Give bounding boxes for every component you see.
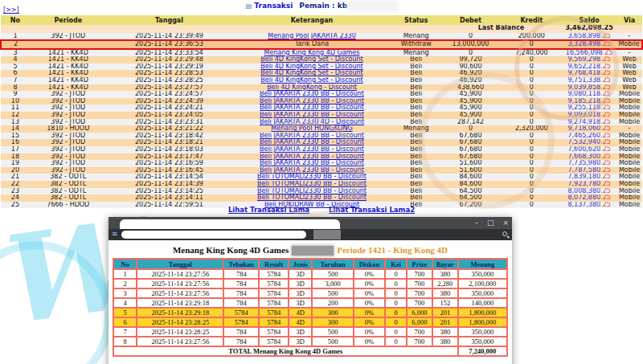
row-status: Beli xyxy=(392,194,440,202)
row-debet: 90,600 xyxy=(440,63,502,71)
watermark xyxy=(0,241,113,364)
search-icon[interactable] xyxy=(502,231,507,236)
keterangan-link[interactable]: Beli JAKARTA 2330 BB - Discount xyxy=(260,153,364,160)
keterangan-link[interactable]: Menang Pool JAKARTA 2330 xyxy=(268,33,355,39)
keterangan-link[interactable]: Beli JAKARTA 2330 BB - Discount xyxy=(260,146,364,153)
column-header: Keterangan xyxy=(231,15,392,25)
popup-cell: 5 xyxy=(113,308,137,317)
keterangan-link[interactable]: Menang Pool HONGKONG xyxy=(271,125,352,132)
popup-cell: 152 xyxy=(432,298,458,308)
lihat-transaksi-lama-link[interactable]: Lihat Transaksi Lama xyxy=(228,206,309,214)
row-status: Beli xyxy=(392,133,440,140)
minimize-button[interactable]: – xyxy=(474,217,478,229)
popup-table-row: 72025-11-14 23:28:2578457843D5000%070038… xyxy=(113,327,507,337)
keterangan-link[interactable]: Beli JAKARTA 2330 BB - Discount xyxy=(260,133,364,139)
keterangan-link[interactable]: Beli 4D KingKong - Discount xyxy=(267,84,357,91)
lihat-transaksi-lama2-link[interactable]: Lihat Transaksi Lama2 xyxy=(329,206,415,214)
row-debet: 287,142 xyxy=(440,119,502,126)
popup-cell: 0% xyxy=(354,308,385,317)
keterangan-link[interactable]: Beli TOTOMALI2330 BB - Discount xyxy=(257,194,367,201)
row-periode: 1421 - KK4D xyxy=(30,77,107,84)
keterangan-link[interactable]: Beli JAKARTA 2330 BB - Discount xyxy=(260,104,364,111)
keterangan-link[interactable]: Beli JAKARTA 2330 BB - Discount xyxy=(260,167,364,174)
popup-cell: 2025-11-14 23:27:56 xyxy=(137,337,223,346)
popup-cell: 2,100,000 xyxy=(458,279,507,288)
row-debet: 51,600 xyxy=(440,167,502,174)
popup-cell: 700 xyxy=(407,269,432,279)
row-status: Beli xyxy=(392,139,440,146)
row-status: Beli xyxy=(392,104,440,112)
keterangan-link[interactable]: Beli TOTOMALI2330 BB - Discount xyxy=(257,181,367,187)
row-via: Mobile xyxy=(616,40,642,49)
keterangan-link[interactable]: Menang King Kong 4D Games xyxy=(264,49,360,56)
row-debet: 45,900 xyxy=(440,98,502,105)
popup-cell: 3D xyxy=(289,298,312,308)
keterangan-link[interactable]: Beli JAKARTA 2330 BB - Discount xyxy=(260,98,364,104)
row-periode: 392 - JTOD xyxy=(30,33,107,41)
browser-tab[interactable] xyxy=(120,219,340,229)
keterangan-link[interactable]: Beli 4D KingKong Set - Discount xyxy=(260,77,362,84)
popup-cell: 3D xyxy=(289,337,312,346)
keterangan-link[interactable]: Beli 4D KingKong Set - Discount xyxy=(260,70,362,76)
transaksi-link[interactable]: Transaksi xyxy=(254,2,293,10)
keterangan-link[interactable]: Beli JAKARTA 2330 BB - Discount xyxy=(260,91,364,97)
row-saldo: 16,566,098.25 xyxy=(562,49,616,57)
popup-cell: 5784 xyxy=(259,298,289,308)
popup-cell: 380 xyxy=(432,327,458,337)
row-periode: 382 - ODTL xyxy=(30,174,107,181)
keterangan-link[interactable]: Beli JAKARTA 2330 BB - Discount xyxy=(260,160,364,166)
close-button[interactable]: × xyxy=(502,217,509,229)
row-kredit: 0 xyxy=(501,133,562,140)
row-saldo: 7,787,580.25 xyxy=(562,167,616,174)
row-status: Beli xyxy=(392,146,440,153)
row-tanggal: 2025-11-14 23:28:25 xyxy=(107,77,232,84)
row-saldo: 9,751,338.25 xyxy=(562,77,616,84)
row-kredit: 0 xyxy=(501,91,562,98)
row-saldo: 3,328,498.25 xyxy=(562,40,616,49)
column-header: Status xyxy=(392,15,440,25)
row-via: Mobile xyxy=(616,174,642,181)
popup-cell: 5784 xyxy=(259,288,289,298)
table-row: 9392 - JTOD2025-11-14 23:24:57Beli JAKAR… xyxy=(1,91,642,98)
table-row: 12392 - JTOD2025-11-14 23:24:05Beli JAKA… xyxy=(1,112,642,119)
popup-titlebar[interactable]: – □ × xyxy=(109,217,512,229)
popup-table-row: 42025-11-14 23:29:1878457843D2000%070015… xyxy=(113,298,507,308)
row-debet: 84,600 xyxy=(440,174,502,181)
table-row: 22382 - ODTL2025-11-14 23:14:39Beli TOTO… xyxy=(1,181,642,188)
keterangan-link[interactable]: Beli TOTOMALI2330 BB - Discount xyxy=(257,174,367,180)
popup-cell: 2025-11-14 23:27:56 xyxy=(137,269,223,279)
keterangan-link[interactable]: Beli 4D KingKong Set - Discount xyxy=(260,63,362,70)
row-kredit: 0 xyxy=(501,56,562,63)
row-status: Beli xyxy=(392,112,440,119)
popup-cell: 0 xyxy=(385,288,407,298)
row-periode: 392 - JTOD xyxy=(30,98,107,105)
column-header: Debet xyxy=(440,15,502,25)
keterangan-link[interactable]: Beli 4D KingKong Set - Discount xyxy=(260,56,362,63)
row-kredit: 0 xyxy=(501,139,562,146)
row-periode: 392 - JTOD xyxy=(30,167,107,174)
keterangan-link[interactable]: Beli TOTOMALI2330 BB - Discount xyxy=(257,188,367,194)
maximize-button[interactable]: □ xyxy=(487,217,494,229)
row-tanggal: 2025-11-14 23:14:39 xyxy=(107,181,232,188)
popup-table-row: 22025-11-14 23:27:5678457843D3,0000%0700… xyxy=(113,279,507,288)
row-kredit: 0 xyxy=(501,77,562,84)
row-status: Beli xyxy=(392,167,440,174)
row-debet: 51,600 xyxy=(440,160,502,167)
table-row: 19392 - JTOD2025-11-14 23:16:59Beli JAKA… xyxy=(1,160,642,167)
last-balance-row: Last Balance 3,462,098.25 xyxy=(1,25,642,33)
row-periode: 392 - JTOD xyxy=(30,146,107,153)
row-periode: 382 - ODTL xyxy=(30,188,107,195)
popup-column-header: No xyxy=(113,259,137,269)
keterangan-link[interactable]: Beli JAKARTA 2330 BB - Discount xyxy=(260,139,364,145)
row-debet: 45,900 xyxy=(440,91,502,98)
table-row: 20392 - JTOD2025-11-14 23:16:45Beli JAKA… xyxy=(1,167,642,174)
keterangan-link[interactable]: Beli JAKARTA 2330 BB - Discount xyxy=(260,112,364,118)
table-row: 15392 - JTOD2025-11-14 23:18:42Beli JAKA… xyxy=(1,133,642,140)
keterangan-link[interactable]: Beli JAKARTA 2330 4D - Discount xyxy=(260,119,364,125)
row-no: 15 xyxy=(1,133,30,140)
popup-cell: 500 xyxy=(312,269,353,279)
address-bar[interactable] xyxy=(121,231,306,239)
table-row: 51421 - KK4D2025-11-14 23:29:19Beli 4D K… xyxy=(1,63,642,71)
popup-cell: 784 xyxy=(223,269,259,279)
popup-total-label: TOTAL Menang King Kong 4D Games xyxy=(113,346,458,356)
